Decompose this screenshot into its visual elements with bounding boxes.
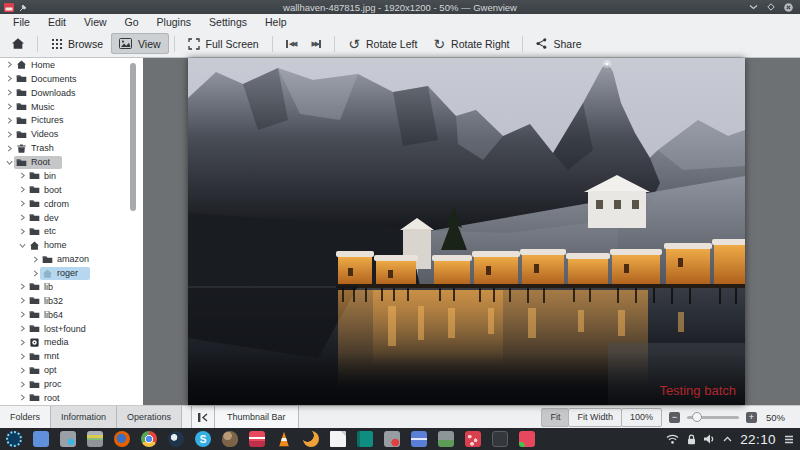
tree-item-Music[interactable]: Music bbox=[0, 100, 143, 114]
chevron-right-icon[interactable] bbox=[17, 353, 27, 360]
chevron-right-icon[interactable] bbox=[17, 228, 27, 235]
chevron-down-icon[interactable] bbox=[17, 242, 27, 249]
pattern-icon[interactable] bbox=[465, 431, 481, 447]
tree-item-Downloads[interactable]: Downloads bbox=[0, 86, 143, 100]
fullscreen-button[interactable]: Full Screen bbox=[180, 33, 267, 54]
chevron-right-icon[interactable] bbox=[17, 311, 27, 318]
chevron-right-icon[interactable] bbox=[30, 270, 40, 277]
zoom-fit-width-button[interactable]: Fit Width bbox=[568, 408, 622, 427]
steam-icon[interactable] bbox=[168, 431, 184, 447]
moon-icon[interactable] bbox=[303, 431, 319, 447]
tree-item-dev[interactable]: dev bbox=[0, 211, 143, 225]
tree-item-Documents[interactable]: Documents bbox=[0, 72, 143, 86]
chevron-right-icon[interactable] bbox=[4, 145, 14, 152]
tree-item-proc[interactable]: proc bbox=[0, 377, 143, 391]
chevron-right-icon[interactable] bbox=[17, 297, 27, 304]
chevron-right-icon[interactable] bbox=[4, 75, 14, 82]
chevron-right-icon[interactable] bbox=[17, 394, 27, 401]
clock[interactable]: 22:10 bbox=[740, 432, 776, 447]
previous-button[interactable]: ◀◀ bbox=[278, 33, 304, 54]
tab-thumbnail-bar[interactable]: Thumbnail Bar bbox=[215, 406, 299, 428]
tab-folders[interactable]: Folders bbox=[0, 406, 51, 428]
chevron-right-icon[interactable] bbox=[17, 186, 27, 193]
tree-item-Videos[interactable]: Videos bbox=[0, 127, 143, 141]
desktop-icon[interactable] bbox=[33, 431, 49, 447]
audio-icon[interactable] bbox=[411, 431, 427, 447]
close-icon[interactable] bbox=[784, 3, 793, 12]
tree-item-lib64[interactable]: lib64 bbox=[0, 308, 143, 322]
chevron-right-icon[interactable] bbox=[17, 283, 27, 290]
menu-go[interactable]: Go bbox=[116, 16, 148, 28]
chevron-down-icon[interactable] bbox=[4, 159, 14, 166]
tree-scrollbar[interactable] bbox=[130, 63, 136, 211]
next-button[interactable]: ▶▶ bbox=[303, 33, 329, 54]
tree-item-media[interactable]: media bbox=[0, 336, 143, 350]
chevron-right-icon[interactable] bbox=[17, 200, 27, 207]
tree-item-etc[interactable]: etc bbox=[0, 225, 143, 239]
photo-canvas[interactable]: Testing batch bbox=[188, 58, 745, 405]
chevron-right-icon[interactable] bbox=[4, 117, 14, 124]
pin-icon[interactable] bbox=[19, 0, 27, 16]
chevron-right-icon[interactable] bbox=[17, 367, 27, 374]
menu-settings[interactable]: Settings bbox=[200, 16, 256, 28]
gimp-icon[interactable] bbox=[222, 431, 238, 447]
archive-icon[interactable] bbox=[87, 431, 103, 447]
titlebar[interactable]: wallhaven-487815.jpg - 1920x1200 - 50% —… bbox=[0, 0, 800, 14]
tree-item-Pictures[interactable]: Pictures bbox=[0, 114, 143, 128]
vlc-icon[interactable] bbox=[276, 431, 292, 447]
maximize-icon[interactable] bbox=[767, 3, 775, 11]
chevron-right-icon[interactable] bbox=[17, 381, 27, 388]
tab-information[interactable]: Information bbox=[50, 406, 117, 428]
tree-item-lib32[interactable]: lib32 bbox=[0, 294, 143, 308]
chevron-right-icon[interactable] bbox=[17, 172, 27, 179]
tree-item-Trash[interactable]: Trash bbox=[0, 141, 143, 155]
zoom-in-button[interactable]: + bbox=[746, 412, 757, 423]
tree-item-root[interactable]: root bbox=[0, 391, 143, 405]
chevron-right-icon[interactable] bbox=[17, 325, 27, 332]
tree-item-amazon[interactable]: amazon bbox=[0, 252, 143, 266]
chrome-icon[interactable] bbox=[141, 431, 157, 447]
volume-icon[interactable] bbox=[704, 434, 715, 444]
expand-tray-icon[interactable] bbox=[723, 436, 732, 442]
media-player-icon[interactable] bbox=[249, 431, 265, 447]
chevron-right-icon[interactable] bbox=[30, 256, 40, 263]
rotate-right-button[interactable]: ↻ Rotate Right bbox=[425, 33, 517, 54]
tree-item-Root[interactable]: Root bbox=[0, 155, 143, 169]
tab-operations[interactable]: Operations bbox=[116, 406, 182, 428]
panel-menu-icon[interactable] bbox=[784, 435, 794, 444]
tree-item-roger[interactable]: roger bbox=[0, 266, 143, 280]
browse-button[interactable]: Browse bbox=[43, 33, 111, 54]
video-editor-icon[interactable] bbox=[519, 431, 535, 447]
minimize-icon[interactable] bbox=[749, 4, 758, 10]
tree-item-opt[interactable]: opt bbox=[0, 363, 143, 377]
home-button[interactable] bbox=[4, 33, 32, 54]
menu-view[interactable]: View bbox=[75, 16, 116, 28]
zoom-slider[interactable] bbox=[687, 416, 739, 419]
wifi-icon[interactable] bbox=[666, 434, 679, 444]
tree-item-boot[interactable]: boot bbox=[0, 183, 143, 197]
image-icon[interactable] bbox=[438, 431, 454, 447]
chevron-right-icon[interactable] bbox=[4, 61, 14, 68]
files-icon[interactable] bbox=[60, 431, 76, 447]
lock-icon[interactable] bbox=[687, 434, 696, 445]
image-view-area[interactable]: Testing batch bbox=[143, 58, 800, 405]
view-button[interactable]: View bbox=[111, 33, 169, 54]
tree-item-lib[interactable]: lib bbox=[0, 280, 143, 294]
zoom-slider-handle[interactable] bbox=[692, 412, 702, 422]
chevron-right-icon[interactable] bbox=[4, 131, 14, 138]
firefox-icon[interactable] bbox=[114, 431, 130, 447]
rotate-left-button[interactable]: ↺ Rotate Left bbox=[340, 33, 425, 54]
menu-help[interactable]: Help bbox=[256, 16, 296, 28]
chevron-right-icon[interactable] bbox=[17, 339, 27, 346]
menu-file[interactable]: File bbox=[4, 16, 39, 28]
tree-item-mnt[interactable]: mnt bbox=[0, 349, 143, 363]
menu-plugins[interactable]: Plugins bbox=[148, 16, 200, 28]
share-button[interactable]: Share bbox=[528, 33, 589, 54]
chevron-right-icon[interactable] bbox=[4, 103, 14, 110]
dictionary-icon[interactable] bbox=[357, 431, 373, 447]
zoom-fit-button[interactable]: Fit bbox=[541, 408, 569, 427]
zoom-out-button[interactable]: − bbox=[669, 412, 680, 423]
skype-icon[interactable]: S bbox=[195, 431, 211, 447]
menu-edit[interactable]: Edit bbox=[39, 16, 75, 28]
tree-item-home[interactable]: home bbox=[0, 238, 143, 252]
